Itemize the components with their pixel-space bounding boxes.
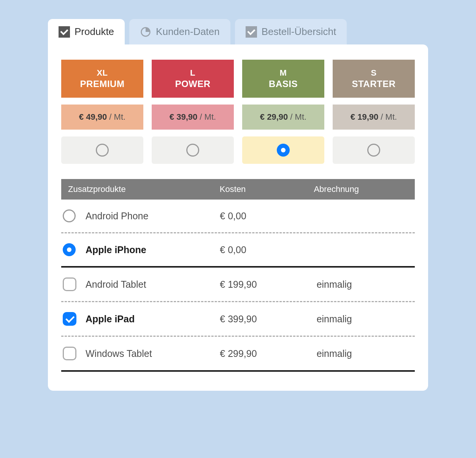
checkbox-icon [63, 312, 76, 326]
addon-name: Windows Tablet [86, 348, 220, 359]
tab-produkte[interactable]: Produkte [48, 19, 125, 44]
checkmark-icon [59, 26, 70, 38]
addon-name: Android Phone [86, 211, 220, 222]
col-header-cost: Kosten [220, 184, 314, 194]
addon-cost: € 0,00 [220, 211, 316, 222]
radio-icon [186, 144, 199, 157]
plan-name: PREMIUM [80, 79, 125, 89]
plan-select-button[interactable] [152, 136, 234, 164]
col-header-name: Zusatzprodukte [68, 184, 220, 194]
addon-billing: einmalig [317, 348, 413, 359]
addon-cost: € 299,90 [220, 348, 316, 359]
plan-price-period: / Mt. [107, 112, 125, 122]
addons-list: Android Phone€ 0,00Apple iPhone€ 0,00And… [61, 200, 415, 372]
col-header-billing: Abrechnung [314, 184, 408, 194]
plan-grid: XLPREMIUM€ 49,90 / Mt.LPOWER€ 39,90 / Mt… [61, 60, 415, 164]
radio-icon [63, 243, 76, 256]
plan-column: MBASIS€ 29,90 / Mt. [242, 60, 324, 164]
plan-tier: S [371, 68, 376, 78]
plan-select-button[interactable] [242, 136, 324, 164]
plan-name: BASIS [269, 79, 298, 89]
addon-selector[interactable] [63, 277, 86, 291]
plan-header: LPOWER [152, 60, 234, 98]
plan-header: MBASIS [242, 60, 324, 98]
plan-header: SSTARTER [333, 60, 415, 98]
plan-tier: L [190, 68, 195, 78]
addon-billing: einmalig [317, 314, 413, 325]
plan-price-value: € 39,90 [170, 112, 197, 122]
plan-column: XLPREMIUM€ 49,90 / Mt. [61, 60, 143, 164]
addon-selector[interactable] [63, 312, 86, 326]
checkbox-icon [63, 347, 76, 360]
addon-cost: € 199,90 [220, 279, 316, 290]
plan-price-value: € 19,90 [351, 112, 378, 122]
addon-row: Apple iPad€ 399,90einmalig [61, 302, 415, 336]
addon-name: Android Tablet [86, 279, 220, 290]
plan-price-value: € 49,90 [79, 112, 107, 122]
addon-row: Android Tablet€ 199,90einmalig [61, 268, 415, 301]
addon-selector[interactable] [63, 347, 86, 360]
plan-price: € 39,90 / Mt. [152, 105, 234, 130]
tab-label: Kunden-Daten [156, 26, 220, 38]
order-form: Produkte Kunden-Daten Bestell-Übersicht … [48, 19, 428, 391]
checkbox-icon [63, 277, 76, 291]
plan-price: € 19,90 / Mt. [333, 105, 415, 130]
addons-table-header: Zusatzprodukte Kosten Abrechnung [61, 179, 415, 200]
addon-selector[interactable] [63, 209, 86, 222]
tab-bestell-uebersicht[interactable]: Bestell-Übersicht [235, 19, 347, 44]
plan-select-button[interactable] [333, 136, 415, 164]
plan-price-value: € 29,90 [260, 112, 288, 122]
plan-column: LPOWER€ 39,90 / Mt. [152, 60, 234, 164]
row-divider [61, 370, 415, 372]
plan-price: € 29,90 / Mt. [242, 105, 324, 130]
radio-icon [277, 144, 290, 157]
radio-icon [63, 209, 76, 222]
addon-name: Apple iPad [86, 314, 220, 325]
plan-price-period: / Mt. [288, 112, 306, 122]
plan-tier: XL [97, 68, 108, 78]
plan-tier: M [280, 68, 287, 78]
pie-chart-icon [140, 26, 151, 38]
tab-label: Produkte [75, 26, 114, 38]
addon-selector[interactable] [63, 243, 86, 256]
addon-name: Apple iPhone [86, 244, 220, 255]
addon-row: Apple iPhone€ 0,00 [61, 233, 415, 266]
plan-header: XLPREMIUM [61, 60, 143, 98]
tab-kunden-daten[interactable]: Kunden-Daten [129, 19, 230, 44]
addon-cost: € 399,90 [220, 314, 316, 325]
plan-name: POWER [175, 79, 210, 89]
addon-cost: € 0,00 [220, 244, 316, 255]
radio-icon [367, 144, 380, 157]
plan-column: SSTARTER€ 19,90 / Mt. [333, 60, 415, 164]
plan-select-button[interactable] [61, 136, 143, 164]
addon-row: Windows Tablet€ 299,90einmalig [61, 337, 415, 370]
addon-billing: einmalig [317, 279, 413, 290]
checkmark-icon [246, 26, 257, 38]
plan-price-period: / Mt. [197, 112, 216, 122]
tab-panel: XLPREMIUM€ 49,90 / Mt.LPOWER€ 39,90 / Mt… [48, 44, 428, 391]
tab-label: Bestell-Übersicht [262, 26, 336, 38]
addon-row: Android Phone€ 0,00 [61, 200, 415, 232]
plan-price: € 49,90 / Mt. [61, 105, 143, 130]
tabs: Produkte Kunden-Daten Bestell-Übersicht [48, 19, 428, 44]
plan-name: STARTER [352, 79, 395, 89]
radio-icon [96, 144, 109, 157]
plan-price-period: / Mt. [378, 112, 397, 122]
